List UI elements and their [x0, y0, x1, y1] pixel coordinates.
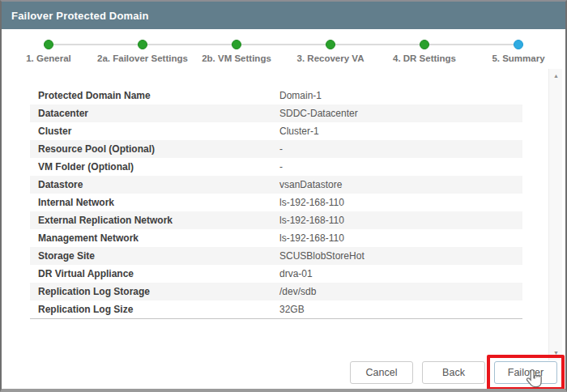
row-value: SCUSBlobStoreHot	[279, 250, 522, 262]
row-label: Datastore	[30, 179, 279, 190]
step-label: 3. Recovery VA	[297, 53, 364, 63]
row-value: SDDC-Datacenter	[279, 108, 522, 119]
step-dot-icon	[514, 40, 523, 49]
table-row: Replication Log Storage /dev/sdb	[30, 283, 522, 300]
table-row: Management Network ls-192-168-110	[30, 229, 522, 247]
step-label: 1. General	[26, 53, 71, 63]
row-value: ls-192-168-110	[279, 197, 522, 208]
row-label: Cluster	[30, 126, 279, 137]
row-value: 32GB	[279, 304, 522, 315]
failover-protected-domain-dialog: Failover Protected Domain 1. General 2a.…	[0, 0, 567, 392]
table-row: Cluster Cluster-1	[30, 122, 522, 140]
table-row: Storage Site SCUSBlobStoreHot	[30, 247, 522, 265]
row-value: /dev/sdb	[279, 286, 522, 297]
row-label: External Replication Network	[30, 215, 279, 226]
table-row: DR Virtual Appliance drva-01	[30, 265, 522, 283]
row-value: -	[279, 143, 522, 155]
row-value: vsanDatastore	[279, 179, 522, 190]
cancel-button[interactable]: Cancel	[350, 361, 413, 384]
table-row: Replication Log Size 32GB	[30, 300, 522, 318]
step-dot-icon	[138, 40, 147, 49]
row-label: Replication Log Storage	[30, 286, 279, 297]
dialog-title: Failover Protected Domain	[11, 10, 149, 22]
row-label: Management Network	[30, 232, 279, 244]
row-value: ls-192-168-110	[279, 215, 522, 226]
dialog-footer: Cancel Back Failover	[350, 361, 557, 384]
step-label: 5. Summary	[492, 53, 544, 63]
row-label: Storage Site	[30, 250, 279, 262]
step-label: 2b. VM Settings	[202, 53, 271, 63]
vertical-scrollbar[interactable]: ▲ ▼	[548, 69, 562, 360]
row-label: Resource Pool (Optional)	[30, 143, 279, 155]
row-label: Replication Log Size	[30, 304, 279, 315]
summary-panel: Protected Domain Name Domain-1 Datacente…	[2, 68, 565, 361]
row-label: Internal Network	[30, 197, 279, 208]
step-recovery-va[interactable]: 3. Recovery VA	[284, 29, 377, 70]
scrollbar-up-arrow-icon[interactable]: ▲	[549, 70, 563, 82]
row-value: Domain-1	[279, 90, 522, 101]
step-vm-settings[interactable]: 2b. VM Settings	[190, 29, 284, 70]
row-value: drva-01	[279, 268, 522, 279]
step-label: 4. DR Settings	[393, 53, 456, 63]
scrollbar-down-arrow-icon[interactable]: ▼	[549, 347, 563, 359]
step-dot-icon	[232, 40, 241, 49]
row-value: Cluster-1	[279, 126, 522, 137]
dialog-titlebar: Failover Protected Domain	[2, 2, 565, 29]
summary-table: Protected Domain Name Domain-1 Datacente…	[30, 87, 522, 319]
back-button[interactable]: Back	[422, 361, 485, 384]
table-row: VM Folder (Optional) -	[30, 158, 522, 176]
row-value: -	[279, 161, 522, 173]
row-label: Protected Domain Name	[30, 90, 279, 101]
row-value: ls-192-168-110	[279, 232, 522, 244]
row-label: VM Folder (Optional)	[30, 161, 279, 173]
step-dot-icon	[420, 40, 429, 49]
row-label: DR Virtual Appliance	[30, 268, 279, 279]
wizard-steps: 1. General 2a. Failover Settings 2b. VM …	[2, 29, 565, 70]
step-general[interactable]: 1. General	[2, 29, 96, 70]
table-row: Internal Network ls-192-168-110	[30, 194, 522, 211]
step-dot-icon	[44, 40, 53, 49]
table-row: Datastore vsanDatastore	[30, 176, 522, 194]
step-failover-settings[interactable]: 2a. Failover Settings	[96, 29, 190, 70]
table-row: Resource Pool (Optional) -	[30, 140, 522, 158]
step-dr-settings[interactable]: 4. DR Settings	[377, 29, 471, 70]
step-summary[interactable]: 5. Summary	[471, 29, 565, 70]
table-row: External Replication Network ls-192-168-…	[30, 211, 522, 229]
row-label: Datacenter	[30, 108, 279, 119]
step-dot-icon	[326, 40, 335, 49]
step-label: 2a. Failover Settings	[97, 53, 188, 63]
table-row: Datacenter SDDC-Datacenter	[30, 104, 522, 122]
failover-button[interactable]: Failover	[494, 361, 557, 384]
table-row: Protected Domain Name Domain-1	[30, 87, 522, 104]
